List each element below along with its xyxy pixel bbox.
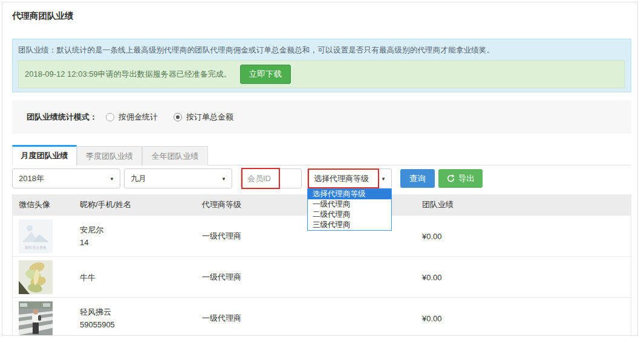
chevron-down-icon: ▼ xyxy=(109,169,114,189)
stat-mode-section: 团队业绩统计模式： 按佣金统计 按订单总金额 xyxy=(12,100,631,133)
header-agent-level: 代理商等级 xyxy=(202,194,241,215)
team-performance-cell: ¥0.00 xyxy=(422,272,442,281)
team-performance-cell: ¥0.00 xyxy=(422,231,442,240)
dropdown-option-level2[interactable]: 二级代理商 xyxy=(308,210,391,220)
dropdown-option-level3[interactable]: 三级代理商 xyxy=(308,220,391,230)
tab-yearly-performance[interactable]: 全年团队业绩 xyxy=(142,146,208,165)
image-placeholder-icon: 暂时无法查看 xyxy=(19,219,53,253)
radio-checked-icon[interactable] xyxy=(174,113,182,121)
header-nickname: 昵称/手机/姓名 xyxy=(80,194,131,215)
nickname-cell: 牛牛 xyxy=(80,271,96,283)
avatar xyxy=(19,260,53,294)
content-panel: 代理商团队业绩 团队业绩：默认统计的是一条线上最高级别代理商的团队代理商佣金或订… xyxy=(2,2,638,336)
avatar xyxy=(19,301,53,335)
dropdown-option-default[interactable]: 选择代理商等级 xyxy=(308,189,391,199)
agent-level-select[interactable]: 选择代理商等级 ▼ xyxy=(307,168,392,188)
month-select[interactable]: 九月 ▼ xyxy=(124,168,232,188)
header-team-performance: 团队业绩 xyxy=(422,194,454,215)
tab-quarterly-performance[interactable]: 季度团队业绩 xyxy=(77,146,142,165)
dropdown-option-level1[interactable]: 一级代理商 xyxy=(308,199,391,210)
performance-tabs: 月度团队业绩 季度团队业绩 全年团队业绩 xyxy=(12,143,631,165)
header-avatar: 微信头像 xyxy=(19,194,50,215)
table-row: 牛牛 一级代理商 ¥0.00 xyxy=(13,256,631,297)
member-id-input[interactable] xyxy=(241,168,302,188)
avatar-photo xyxy=(19,301,53,335)
table-row: 轻风拂云 59055905 一级代理商 ¥0.00 xyxy=(13,297,631,336)
svg-text:暂时无法查看: 暂时无法查看 xyxy=(25,245,47,250)
export-icon xyxy=(446,174,455,183)
team-performance-cell: ¥0.00 xyxy=(422,313,442,323)
export-button[interactable]: 导出 xyxy=(438,169,483,188)
export-ready-text: 2018-09-12 12:03:59申请的导出数据服务器已经准备完成。 xyxy=(25,69,232,80)
export-ready-alert: 2018-09-12 12:03:59申请的导出数据服务器已经准备完成。 立即下… xyxy=(18,60,625,88)
agent-level-cell: 一级代理商 xyxy=(202,231,241,242)
year-select[interactable]: 2018年 ▼ xyxy=(12,168,120,188)
radio-icon[interactable] xyxy=(106,113,114,121)
avatar: 暂时无法查看 xyxy=(19,219,53,253)
nickname-cell: 安尼尔 14 xyxy=(80,223,103,249)
agent-level-dropdown-list: 选择代理商等级 一级代理商 二级代理商 三级代理商 xyxy=(307,188,392,231)
avatar-photo xyxy=(19,260,53,294)
chevron-down-icon: ▼ xyxy=(221,169,226,189)
radio-order-total[interactable]: 按订单总金额 xyxy=(174,112,233,123)
tab-monthly-performance[interactable]: 月度团队业绩 xyxy=(12,145,77,165)
query-button[interactable]: 查询 xyxy=(400,169,435,188)
info-alert-text: 团队业绩：默认统计的是一条线上最高级别代理商的团队代理商佣金或订单总金额总和，可… xyxy=(18,45,625,56)
agent-level-cell: 一级代理商 xyxy=(202,272,241,283)
stat-mode-label: 团队业绩统计模式： xyxy=(27,112,97,123)
nickname-cell: 轻风拂云 59055905 xyxy=(80,306,115,331)
agent-level-cell: 一级代理商 xyxy=(202,313,241,324)
radio-commission-stat[interactable]: 按佣金统计 xyxy=(106,112,158,123)
page-title: 代理商团队业绩 xyxy=(12,10,74,22)
info-alert: 团队业绩：默认统计的是一条线上最高级别代理商的团队代理商佣金或订单总金额总和，可… xyxy=(12,39,631,92)
download-now-button[interactable]: 立即下载 xyxy=(240,65,291,84)
chevron-down-icon: ▼ xyxy=(381,169,386,189)
